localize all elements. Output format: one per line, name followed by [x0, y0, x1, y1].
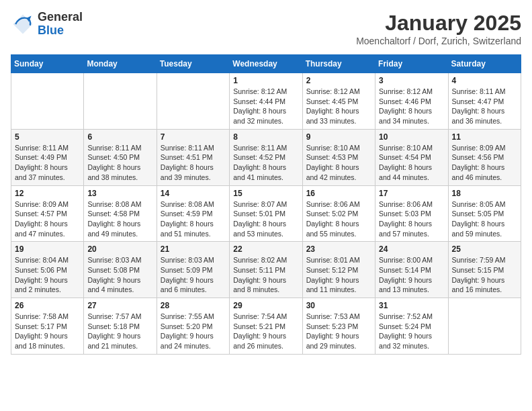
day-info: Sunrise: 8:04 AM Sunset: 5:06 PM Dayligh… [15, 255, 80, 295]
calendar-cell: 3Sunrise: 8:12 AM Sunset: 4:46 PM Daylig… [375, 73, 448, 130]
calendar-cell: 12Sunrise: 8:09 AM Sunset: 4:57 PM Dayli… [11, 185, 84, 242]
day-info: Sunrise: 7:58 AM Sunset: 5:17 PM Dayligh… [15, 312, 80, 351]
title-block: January 2025 Moenchaltorf / Dorf, Zurich… [356, 11, 521, 46]
day-info: Sunrise: 8:10 AM Sunset: 4:53 PM Dayligh… [306, 143, 371, 183]
day-info: Sunrise: 8:11 AM Sunset: 4:50 PM Dayligh… [87, 143, 152, 183]
calendar-cell: 24Sunrise: 8:00 AM Sunset: 5:14 PM Dayli… [375, 242, 448, 298]
day-info: Sunrise: 8:10 AM Sunset: 4:54 PM Dayligh… [379, 143, 444, 183]
logo-icon [11, 12, 35, 36]
day-info: Sunrise: 8:09 AM Sunset: 4:56 PM Dayligh… [452, 143, 517, 183]
day-info: Sunrise: 8:07 AM Sunset: 5:01 PM Dayligh… [233, 199, 298, 239]
calendar-cell: 8Sunrise: 8:11 AM Sunset: 4:52 PM Daylig… [230, 129, 302, 185]
calendar-cell: 18Sunrise: 8:05 AM Sunset: 5:05 PM Dayli… [448, 185, 521, 242]
calendar-cell: 1Sunrise: 8:12 AM Sunset: 4:44 PM Daylig… [230, 73, 302, 130]
day-number: 23 [306, 244, 371, 254]
day-info: Sunrise: 8:02 AM Sunset: 5:11 PM Dayligh… [233, 255, 298, 295]
day-number: 28 [161, 301, 226, 310]
header-day-saturday: Saturday [448, 55, 521, 73]
day-info: Sunrise: 8:05 AM Sunset: 5:05 PM Dayligh… [452, 199, 517, 239]
day-info: Sunrise: 8:12 AM Sunset: 4:45 PM Dayligh… [306, 87, 371, 126]
day-number: 22 [233, 244, 298, 254]
calendar-cell: 7Sunrise: 8:11 AM Sunset: 4:51 PM Daylig… [157, 129, 229, 185]
day-number: 9 [306, 132, 371, 142]
day-number: 12 [15, 189, 80, 198]
day-info: Sunrise: 8:03 AM Sunset: 5:09 PM Dayligh… [161, 255, 226, 295]
day-number: 21 [161, 244, 226, 254]
calendar-cell: 30Sunrise: 7:53 AM Sunset: 5:23 PM Dayli… [302, 298, 375, 355]
day-info: Sunrise: 8:11 AM Sunset: 4:51 PM Dayligh… [161, 143, 226, 183]
day-number: 31 [379, 301, 444, 310]
calendar-cell: 21Sunrise: 8:03 AM Sunset: 5:09 PM Dayli… [157, 242, 229, 298]
day-number: 7 [161, 132, 226, 142]
day-number: 26 [15, 301, 80, 310]
calendar-cell: 20Sunrise: 8:03 AM Sunset: 5:08 PM Dayli… [84, 242, 157, 298]
calendar-cell: 14Sunrise: 8:08 AM Sunset: 4:59 PM Dayli… [157, 185, 229, 242]
calendar-cell: 29Sunrise: 7:54 AM Sunset: 5:21 PM Dayli… [230, 298, 302, 355]
day-info: Sunrise: 8:03 AM Sunset: 5:08 PM Dayligh… [87, 255, 152, 295]
calendar-cell: 9Sunrise: 8:10 AM Sunset: 4:53 PM Daylig… [302, 129, 375, 185]
header-day-monday: Monday [84, 55, 157, 73]
day-number: 6 [87, 132, 152, 142]
day-number: 20 [87, 244, 152, 254]
calendar-cell: 26Sunrise: 7:58 AM Sunset: 5:17 PM Dayli… [11, 298, 84, 355]
calendar-cell: 15Sunrise: 8:07 AM Sunset: 5:01 PM Dayli… [230, 185, 302, 242]
day-number: 1 [233, 76, 298, 85]
day-info: Sunrise: 7:52 AM Sunset: 5:24 PM Dayligh… [379, 312, 444, 351]
header-day-wednesday: Wednesday [230, 55, 302, 73]
logo: General Blue [11, 11, 83, 38]
calendar-cell: 5Sunrise: 8:11 AM Sunset: 4:49 PM Daylig… [11, 129, 84, 185]
day-number: 19 [15, 244, 80, 254]
logo-text: General Blue [38, 11, 83, 38]
week-row-1: 1Sunrise: 8:12 AM Sunset: 4:44 PM Daylig… [11, 73, 521, 130]
day-number: 13 [87, 189, 152, 198]
header-day-tuesday: Tuesday [157, 55, 229, 73]
day-number: 15 [233, 189, 298, 198]
calendar-cell: 28Sunrise: 7:55 AM Sunset: 5:20 PM Dayli… [157, 298, 229, 355]
day-info: Sunrise: 8:06 AM Sunset: 5:03 PM Dayligh… [379, 199, 444, 239]
week-row-3: 12Sunrise: 8:09 AM Sunset: 4:57 PM Dayli… [11, 185, 521, 242]
calendar-cell: 6Sunrise: 8:11 AM Sunset: 4:50 PM Daylig… [84, 129, 157, 185]
calendar-cell [84, 73, 157, 130]
calendar-header: SundayMondayTuesdayWednesdayThursdayFrid… [11, 55, 521, 73]
calendar-table: SundayMondayTuesdayWednesdayThursdayFrid… [11, 54, 521, 355]
calendar-cell [11, 73, 84, 130]
calendar-subtitle: Moenchaltorf / Dorf, Zurich, Switzerland [356, 36, 521, 46]
calendar-cell: 17Sunrise: 8:06 AM Sunset: 5:03 PM Dayli… [375, 185, 448, 242]
calendar-cell: 11Sunrise: 8:09 AM Sunset: 4:56 PM Dayli… [448, 129, 521, 185]
day-number: 5 [15, 132, 80, 142]
day-info: Sunrise: 8:11 AM Sunset: 4:52 PM Dayligh… [233, 143, 298, 183]
week-row-2: 5Sunrise: 8:11 AM Sunset: 4:49 PM Daylig… [11, 129, 521, 185]
calendar-cell: 13Sunrise: 8:08 AM Sunset: 4:58 PM Dayli… [84, 185, 157, 242]
calendar-cell: 10Sunrise: 8:10 AM Sunset: 4:54 PM Dayli… [375, 129, 448, 185]
day-number: 11 [452, 132, 517, 142]
day-info: Sunrise: 8:11 AM Sunset: 4:49 PM Dayligh… [15, 143, 80, 183]
day-info: Sunrise: 7:57 AM Sunset: 5:18 PM Dayligh… [87, 312, 152, 351]
calendar-cell: 16Sunrise: 8:06 AM Sunset: 5:02 PM Dayli… [302, 185, 375, 242]
calendar-body: 1Sunrise: 8:12 AM Sunset: 4:44 PM Daylig… [11, 73, 521, 355]
day-info: Sunrise: 8:12 AM Sunset: 4:46 PM Dayligh… [379, 87, 444, 126]
logo-general-text: General [38, 11, 83, 24]
day-number: 27 [87, 301, 152, 310]
day-number: 17 [379, 189, 444, 198]
calendar-cell [448, 298, 521, 355]
day-info: Sunrise: 7:59 AM Sunset: 5:15 PM Dayligh… [452, 255, 517, 295]
day-number: 8 [233, 132, 298, 142]
header-row: SundayMondayTuesdayWednesdayThursdayFrid… [11, 55, 521, 73]
day-info: Sunrise: 8:01 AM Sunset: 5:12 PM Dayligh… [306, 255, 371, 295]
day-number: 10 [379, 132, 444, 142]
day-info: Sunrise: 8:08 AM Sunset: 4:59 PM Dayligh… [161, 199, 226, 239]
day-info: Sunrise: 8:06 AM Sunset: 5:02 PM Dayligh… [306, 199, 371, 239]
day-info: Sunrise: 7:54 AM Sunset: 5:21 PM Dayligh… [233, 312, 298, 351]
header-day-sunday: Sunday [11, 55, 84, 73]
header-day-thursday: Thursday [302, 55, 375, 73]
calendar-cell [157, 73, 229, 130]
week-row-5: 26Sunrise: 7:58 AM Sunset: 5:17 PM Dayli… [11, 298, 521, 355]
day-info: Sunrise: 7:55 AM Sunset: 5:20 PM Dayligh… [161, 312, 226, 351]
day-info: Sunrise: 8:00 AM Sunset: 5:14 PM Dayligh… [379, 255, 444, 295]
calendar-cell: 23Sunrise: 8:01 AM Sunset: 5:12 PM Dayli… [302, 242, 375, 298]
calendar-cell: 2Sunrise: 8:12 AM Sunset: 4:45 PM Daylig… [302, 73, 375, 130]
day-number: 25 [452, 244, 517, 254]
day-number: 29 [233, 301, 298, 310]
day-info: Sunrise: 8:11 AM Sunset: 4:47 PM Dayligh… [452, 87, 517, 126]
calendar-cell: 19Sunrise: 8:04 AM Sunset: 5:06 PM Dayli… [11, 242, 84, 298]
